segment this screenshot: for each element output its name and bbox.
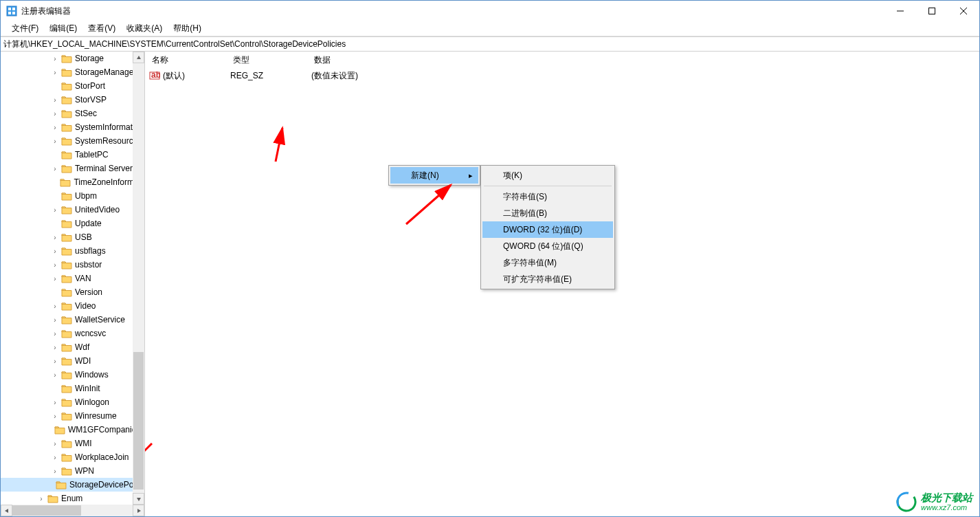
tree-item[interactable]: Winlogon <box>1 395 144 409</box>
tree-item[interactable]: usbstor <box>1 258 144 272</box>
tree-item[interactable]: WMI <box>1 437 144 450</box>
tree-item[interactable]: WalletService <box>1 313 144 327</box>
menu-file[interactable]: 文件(F) <box>6 21 44 36</box>
submenu-binary-label: 二进制值(B) <box>503 208 547 219</box>
submenu-key-label: 项(K) <box>503 170 522 182</box>
tree-vertical-scrollbar[interactable] <box>133 52 144 505</box>
tree-item-label: wcncsvc <box>75 329 106 338</box>
menu-help[interactable]: 帮助(H) <box>168 21 207 36</box>
scroll-down-button[interactable] <box>133 493 144 505</box>
address-bar <box>1 36 979 52</box>
tree-item[interactable]: Windows <box>1 368 144 382</box>
tree-item[interactable]: WM1GFCompanionFilter <box>1 423 144 437</box>
tree-item-label: Winlogon <box>75 397 109 407</box>
folder-icon <box>61 301 72 311</box>
submenu-multi[interactable]: 多字符串值(M) <box>482 254 613 271</box>
tree-item[interactable]: StorageManagement <box>1 65 144 79</box>
tree-item[interactable]: Enum <box>1 492 144 505</box>
menu-edit[interactable]: 编辑(E) <box>44 21 82 36</box>
tree-item-label: Terminal Server <box>75 164 133 173</box>
tree-item-label: Wdf <box>75 342 89 352</box>
title-bar: 注册表编辑器 <box>1 1 979 21</box>
tree-item[interactable]: Wdf <box>1 340 144 354</box>
svg-marker-10 <box>137 498 141 501</box>
context-new[interactable]: 新建(N) ▸ <box>390 167 478 184</box>
submenu-string[interactable]: 字符串值(S) <box>482 188 613 205</box>
tree-item[interactable]: TabletPC <box>1 148 144 162</box>
tree-item[interactable]: USB <box>1 230 144 244</box>
watermark-name: 极光下载站 <box>921 492 972 504</box>
tree-item[interactable]: WinInit <box>1 382 144 395</box>
svg-text:ab: ab <box>151 70 160 80</box>
tree-item[interactable]: UnitedVideo <box>1 203 144 217</box>
col-name[interactable]: 名称 <box>145 54 226 66</box>
tree-item[interactable]: WDI <box>1 354 144 368</box>
folder-icon <box>61 452 72 462</box>
tree-item-label: StSec <box>75 109 97 118</box>
list-row[interactable]: ab (默认) REG_SZ (数值未设置) <box>145 68 979 83</box>
svg-rect-3 <box>8 12 11 14</box>
submenu-dword[interactable]: DWORD (32 位)值(D) <box>482 221 613 238</box>
tree-item[interactable]: StSec <box>1 107 144 120</box>
value-type: REG_SZ <box>230 71 311 80</box>
submenu-expand-label: 可扩充字符串值(E) <box>503 274 572 285</box>
svg-marker-11 <box>5 509 8 513</box>
submenu-qword[interactable]: QWORD (64 位)值(Q) <box>482 238 613 254</box>
tree-item[interactable]: Video <box>1 299 144 313</box>
tree-item[interactable]: WPN <box>1 464 144 478</box>
tree-item[interactable]: Storage <box>1 52 144 65</box>
close-button[interactable] <box>948 1 979 21</box>
tree-item-label: SystemResources <box>75 136 142 146</box>
tree-item-label: Storage <box>75 54 104 63</box>
col-type[interactable]: 类型 <box>226 54 307 66</box>
scroll-right-button[interactable] <box>133 505 144 516</box>
submenu-expand[interactable]: 可扩充字符串值(E) <box>482 271 613 287</box>
tree-item-label: TabletPC <box>75 150 109 160</box>
tree-item[interactable]: StorageDevicePolicies <box>1 478 144 492</box>
address-input[interactable] <box>3 39 979 49</box>
scroll-up-button[interactable] <box>133 52 144 63</box>
svg-line-18 <box>145 443 152 478</box>
tree-item[interactable]: usbflags <box>1 244 144 258</box>
tree-item[interactable]: StorVSP <box>1 93 144 107</box>
hscroll-thumb[interactable] <box>12 505 81 516</box>
tree-item[interactable]: Version <box>1 285 144 299</box>
folder-icon <box>61 150 72 160</box>
tree-item[interactable]: Terminal Server <box>1 162 144 175</box>
menu-view[interactable]: 查看(V) <box>82 21 121 36</box>
tree-item-label: UnitedVideo <box>75 205 120 214</box>
folder-icon <box>61 219 72 228</box>
folder-icon <box>61 122 72 132</box>
col-data[interactable]: 数据 <box>307 54 979 66</box>
menu-separator <box>484 186 612 186</box>
registry-tree[interactable]: StorageStorageManagementStorPortStorVSPS… <box>1 52 144 505</box>
list-header: 名称 类型 数据 <box>145 52 979 68</box>
value-list[interactable]: 名称 类型 数据 ab (默认) REG_SZ (数值未设置) 新建(N) ▸ <box>145 52 979 516</box>
menu-favorites[interactable]: 收藏夹(A) <box>121 21 168 36</box>
tree-horizontal-scrollbar[interactable] <box>1 505 144 516</box>
scroll-thumb[interactable] <box>133 352 144 490</box>
tree-item[interactable]: Ubpm <box>1 189 144 203</box>
tree-item[interactable]: SystemInformation <box>1 120 144 134</box>
folder-icon <box>61 329 72 338</box>
minimize-button[interactable] <box>884 1 916 21</box>
scroll-left-button[interactable] <box>1 505 12 516</box>
folder-icon <box>54 425 65 434</box>
folder-icon <box>60 177 71 187</box>
tree-item[interactable]: wcncsvc <box>1 327 144 340</box>
tree-item[interactable]: Update <box>1 217 144 230</box>
tree-item-label: StorVSP <box>75 95 107 104</box>
tree-item-label: Ubpm <box>75 191 97 201</box>
tree-item[interactable]: TimeZoneInformation <box>1 175 144 189</box>
submenu-binary[interactable]: 二进制值(B) <box>482 205 613 221</box>
submenu-key[interactable]: 项(K) <box>482 167 613 184</box>
tree-item-label: Winresume <box>75 411 117 421</box>
tree-item[interactable]: StorPort <box>1 79 144 93</box>
tree-item[interactable]: SystemResources <box>1 134 144 148</box>
maximize-button[interactable] <box>916 1 948 21</box>
tree-item[interactable]: WorkplaceJoin <box>1 450 144 464</box>
folder-icon <box>61 260 72 270</box>
tree-item[interactable]: VAN <box>1 272 144 285</box>
svg-rect-4 <box>12 12 15 14</box>
tree-item[interactable]: Winresume <box>1 409 144 423</box>
